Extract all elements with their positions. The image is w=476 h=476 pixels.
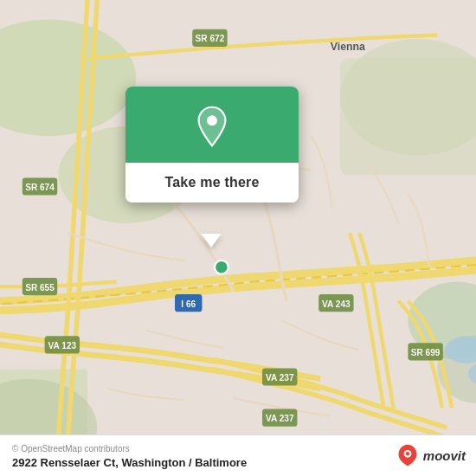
svg-text:SR 674: SR 674 <box>25 183 55 192</box>
svg-rect-4 <box>340 58 476 175</box>
svg-text:VA 123: VA 123 <box>48 341 77 351</box>
map-container: SR 672 Vienna SR 674 SR 655 VA 123 I 66 … <box>0 0 476 476</box>
location-pin-icon <box>191 106 233 147</box>
svg-text:VA 237: VA 237 <box>266 414 294 423</box>
svg-point-31 <box>207 115 217 125</box>
svg-point-30 <box>215 261 228 274</box>
svg-point-33 <box>406 452 409 455</box>
svg-text:SR 699: SR 699 <box>411 348 441 357</box>
svg-text:Vienna: Vienna <box>331 41 365 53</box>
svg-text:SR 672: SR 672 <box>196 34 225 43</box>
svg-text:I 66: I 66 <box>181 299 196 309</box>
moovit-icon <box>396 443 420 467</box>
popup-header <box>125 87 299 163</box>
popup-card: Take me there <box>125 87 299 203</box>
popup-tail <box>201 234 222 248</box>
take-me-there-button[interactable]: Take me there <box>125 163 299 203</box>
svg-text:SR 655: SR 655 <box>25 283 55 293</box>
svg-text:VA 243: VA 243 <box>322 299 351 309</box>
moovit-logo: moovit <box>396 443 466 467</box>
svg-text:VA 237: VA 237 <box>266 373 294 383</box>
bottom-bar: © OpenStreetMap contributors 2922 Rensse… <box>0 434 476 476</box>
moovit-brand-text: moovit <box>423 448 466 463</box>
map-background: SR 672 Vienna SR 674 SR 655 VA 123 I 66 … <box>0 0 476 476</box>
